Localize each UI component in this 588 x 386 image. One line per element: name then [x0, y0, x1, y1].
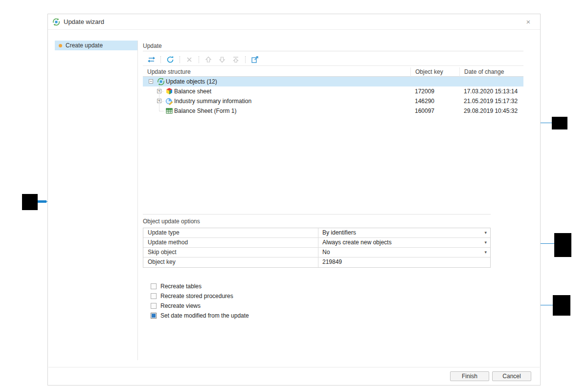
move-up-icon[interactable] [204, 55, 213, 64]
checkbox-recreate-views[interactable]: Recreate views [151, 302, 201, 310]
column-header-update-structure[interactable]: Update structure [143, 67, 410, 77]
chevron-down-icon[interactable]: ▾ [484, 228, 487, 237]
checkbox-recreate-tables[interactable]: Recreate tables [151, 282, 202, 290]
step-bullet-icon [59, 44, 62, 47]
close-icon[interactable]: × [524, 18, 532, 26]
tree-guideline [159, 86, 159, 111]
tree-guideline [159, 111, 163, 111]
checkbox-fill [152, 314, 156, 318]
chevron-down-icon[interactable]: ▾ [484, 238, 487, 247]
redaction-box-right-1 [552, 117, 567, 129]
refresh-icon[interactable] [166, 55, 175, 64]
cancel-button[interactable]: Cancel [492, 371, 531, 381]
toolbar-separator [245, 56, 246, 63]
option-label: Update type [143, 228, 318, 237]
tree-row-industry-summary[interactable]: + Industry summary information 146290 21… [143, 96, 523, 106]
checkbox-icon[interactable] [151, 293, 157, 299]
option-row-update-type: Update type By identifiers ▾ [143, 228, 490, 238]
open-in-editor-icon[interactable] [250, 55, 259, 64]
object-update-options-table: Update type By identifiers ▾ Update meth… [143, 228, 491, 268]
selected-value: No [322, 249, 330, 256]
option-row-update-method: Update method Always create new objects … [143, 238, 490, 248]
tree-guideline [159, 91, 163, 92]
update-section-title: Update [143, 43, 162, 49]
tree-row-balance-sheet[interactable]: + Balance sheet 172009 17.03.2020 15:13:… [143, 86, 523, 96]
toolbar-separator [199, 56, 199, 63]
toolbar-divider [143, 65, 523, 66]
collapse-expander-icon[interactable]: − [149, 79, 153, 84]
update-objects-icon [157, 78, 165, 86]
sidebar-item-label: Create update [66, 42, 103, 49]
checkbox-icon[interactable] [151, 303, 157, 309]
move-to-top-icon[interactable] [231, 55, 240, 64]
column-header-object-key[interactable]: Object key [410, 67, 459, 77]
object-key-value: 160097 [415, 106, 434, 116]
date-of-change-value: 17.03.2020 15:13:14 [464, 86, 518, 96]
section-divider [143, 51, 523, 51]
option-row-skip-object: Skip object No ▾ [143, 248, 490, 257]
redaction-box-left [22, 194, 38, 210]
colored-cube-icon [165, 87, 173, 95]
checkbox-icon[interactable] [151, 283, 157, 289]
tree-node-label: Update objects (12) [166, 77, 217, 86]
object-key-value: 146290 [415, 96, 434, 106]
titlebar: Update wizard × [48, 14, 540, 30]
checkbox-checked-icon[interactable] [151, 313, 157, 319]
tree-row-update-objects[interactable]: − Update objects (12) [143, 77, 523, 86]
selected-value: Always create new objects [322, 239, 391, 246]
options-divider [143, 214, 491, 214]
main-panel: Update [143, 42, 523, 364]
footer-divider [48, 367, 540, 367]
tree-toolbar [147, 54, 259, 65]
checkbox-recreate-stored-procedures[interactable]: Recreate stored procedures [151, 292, 233, 300]
tree-row-balance-sheet-form1[interactable]: Balance Sheet (Form 1) 160097 29.08.2019… [143, 106, 523, 116]
tree-node-label: Balance Sheet (Form 1) [174, 106, 236, 116]
object-key-value: 172009 [415, 86, 434, 96]
transfer-loop-icon[interactable] [147, 55, 156, 64]
option-label: Object key [143, 257, 318, 267]
move-down-icon[interactable] [218, 55, 226, 64]
page: { "ui": { "dropdown_glyph": "▾", "accent… [0, 0, 588, 386]
checkbox-set-date-modified[interactable]: Set date modified from the update [151, 312, 249, 320]
update-wizard-icon [52, 18, 61, 26]
options-section-title: Object update options [143, 218, 200, 225]
option-label: Skip object [143, 248, 318, 257]
update-type-select[interactable]: By identifiers ▾ [318, 228, 490, 237]
field-value: 219849 [322, 258, 342, 265]
tree-node-label: Balance sheet [174, 86, 211, 96]
tree-column-headers: Update structure Object key Date of chan… [143, 67, 523, 77]
toolbar-separator [160, 56, 161, 63]
finish-button[interactable]: Finish [450, 371, 489, 381]
delete-icon[interactable] [185, 55, 194, 64]
checkbox-label: Recreate views [160, 303, 201, 309]
object-key-field[interactable]: 219849 [318, 257, 490, 267]
pie-chart-pencil-icon [165, 97, 173, 105]
date-of-change-value: 21.05.2019 15:17:32 [464, 96, 518, 106]
checkbox-label: Recreate stored procedures [160, 293, 233, 300]
green-table-icon [165, 107, 173, 115]
toolbar-separator [180, 56, 180, 63]
option-label: Update method [143, 238, 318, 247]
redaction-box-right-2 [554, 233, 571, 257]
window-title: Update wizard [64, 18, 104, 25]
wizard-steps-sidebar: Create update [55, 41, 138, 360]
sidebar-item-create-update[interactable]: Create update [55, 41, 137, 50]
redaction-box-right-3 [553, 295, 570, 316]
date-of-change-value: 29.08.2019 10:45:32 [464, 106, 518, 116]
column-header-date-of-change[interactable]: Date of change [459, 67, 523, 77]
tree-node-label: Industry summary information [174, 96, 251, 106]
skip-object-select[interactable]: No ▾ [318, 248, 490, 257]
update-method-select[interactable]: Always create new objects ▾ [318, 238, 490, 247]
callout-line-left [38, 200, 46, 203]
chevron-down-icon[interactable]: ▾ [484, 248, 487, 257]
tree-guideline [159, 101, 163, 102]
selected-value: By identifiers [322, 229, 356, 236]
checkbox-label: Set date modified from the update [160, 313, 249, 319]
option-row-object-key: Object key 219849 [143, 257, 490, 267]
update-wizard-dialog: Update wizard × Create update Update [47, 14, 541, 386]
checkbox-label: Recreate tables [160, 283, 202, 290]
